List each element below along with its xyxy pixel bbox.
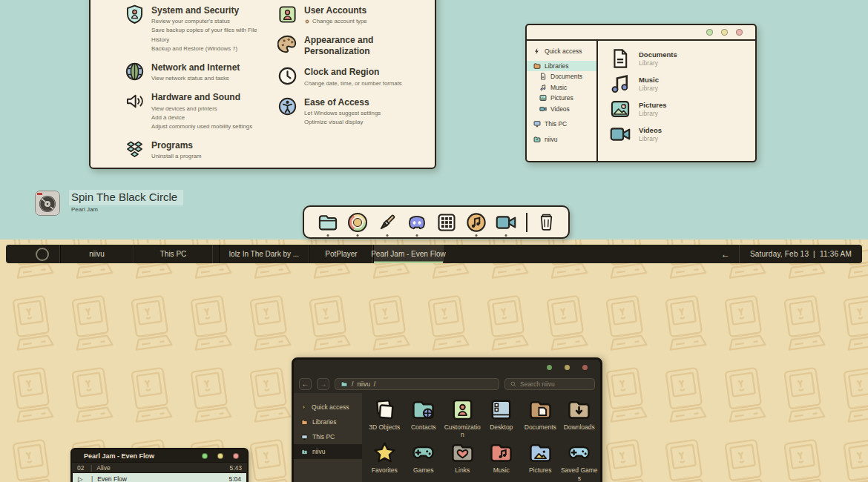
close-button[interactable] — [233, 453, 239, 459]
sidebar-item-libraries[interactable]: Libraries — [294, 415, 362, 429]
sidebar-item-libraries[interactable]: Libraries — [527, 61, 596, 72]
playlist-row-playing[interactable]: ▷ | Even Flow 5:04 — [72, 472, 247, 482]
category-network-internet[interactable]: Network and Internet View network status… — [125, 62, 270, 83]
file-item-pictures[interactable]: Pictures — [521, 440, 560, 481]
forward-button[interactable]: → — [317, 378, 329, 390]
library-item-videos[interactable]: Videos Library — [610, 122, 755, 147]
library-item-pictures[interactable]: Pictures Library — [610, 96, 755, 122]
category-link[interactable]: Uninstall a program — [151, 152, 202, 161]
file-item-saved-games[interactable]: Saved Games — [560, 440, 599, 481]
dock — [303, 205, 570, 239]
file-item-documents[interactable]: Documents — [521, 397, 560, 438]
category-link[interactable]: Save backup copies of your files with Fi… — [151, 26, 263, 44]
file-item-music[interactable]: Music — [482, 440, 522, 481]
computer-icon — [533, 120, 541, 128]
maximize-button[interactable] — [721, 29, 728, 36]
category-title[interactable]: Ease of Access — [304, 97, 381, 108]
sidebar-item-pictures[interactable]: Pictures — [527, 93, 596, 104]
category-title[interactable]: Programs — [151, 140, 202, 151]
category-link[interactable]: Change account type — [304, 17, 367, 26]
category-title[interactable]: Hardware and Sound — [151, 92, 252, 102]
file-item-customization[interactable]: Customization — [443, 397, 482, 438]
minimize-button[interactable] — [202, 453, 208, 459]
close-button[interactable] — [736, 29, 743, 36]
dock-item-launcher[interactable] — [432, 207, 461, 237]
search-box[interactable] — [504, 378, 595, 390]
category-hardware-sound[interactable]: Hardware and Sound View devices and prin… — [125, 91, 270, 131]
minimize-button[interactable] — [547, 365, 552, 370]
dock-item-discord[interactable] — [402, 207, 432, 237]
file-item-3d-objects[interactable]: 3D Objects — [365, 397, 404, 438]
category-link[interactable]: Let Windows suggest settings — [304, 109, 381, 118]
category-title[interactable]: Appearance and Personalization — [304, 35, 393, 56]
back-button[interactable]: ← — [299, 378, 312, 390]
category-link[interactable]: View devices and printers — [151, 105, 252, 113]
category-title[interactable]: Network and Internet — [151, 62, 240, 73]
sidebar-item-this-pc[interactable]: This PC — [294, 429, 362, 444]
playlist-row[interactable]: 02 | Alive 5:43 — [72, 462, 247, 472]
taskbar-button-niivu[interactable]: niivu — [60, 245, 134, 263]
toast-artist: Pearl Jam — [69, 206, 183, 213]
file-item-games[interactable]: Games — [404, 440, 444, 481]
file-item-favorites[interactable]: Favorites — [365, 440, 404, 481]
category-ease-of-access[interactable]: Ease of Access Let Windows suggest setti… — [277, 96, 426, 128]
dock-item-browser[interactable] — [343, 207, 372, 237]
dock-item-paint[interactable] — [372, 207, 402, 237]
address-segment[interactable]: niivu — [357, 380, 369, 388]
file-item-downloads[interactable]: Downloads — [560, 397, 599, 438]
category-user-accounts[interactable]: User Accounts Change account type — [277, 4, 426, 26]
dock-item-trash[interactable] — [533, 207, 559, 237]
video-camera-icon — [610, 124, 631, 145]
category-link[interactable]: Optimize visual display — [304, 118, 381, 127]
sidebar-item-quick-access[interactable]: Quick access — [527, 46, 596, 57]
user-card-icon — [450, 397, 475, 422]
minimize-button[interactable] — [706, 29, 713, 36]
taskbar-button-pearl-jam[interactable]: Pearl Jam - Even Flow — [373, 245, 444, 263]
search-input[interactable] — [520, 380, 587, 388]
address-bar[interactable]: / niivu / — [335, 378, 499, 390]
dock-item-music[interactable] — [461, 207, 491, 237]
running-indicator — [327, 234, 329, 237]
sidebar-item-music[interactable]: Music — [527, 82, 596, 93]
category-link[interactable]: View network status and tasks — [151, 74, 240, 83]
maximize-button[interactable] — [565, 365, 570, 370]
trash-icon — [537, 213, 556, 231]
titlebar[interactable] — [294, 360, 600, 374]
category-link[interactable]: Add a device — [151, 113, 252, 122]
file-item-desktop[interactable]: Desktop — [482, 397, 522, 438]
dock-item-files[interactable] — [313, 207, 343, 237]
category-link[interactable]: Backup and Restore (Windows 7) — [151, 44, 263, 53]
category-link[interactable]: Adjust commonly used mobility settings — [151, 122, 252, 131]
player-titlebar[interactable]: Pearl Jam - Even Flow — [72, 449, 247, 462]
sidebar-item-videos[interactable]: Videos — [527, 104, 596, 115]
maximize-button[interactable] — [217, 453, 223, 459]
sidebar-item-this-pc[interactable]: This PC — [527, 119, 596, 130]
dock-item-recorder[interactable] — [491, 207, 521, 237]
sidebar-item-documents[interactable]: Documents — [527, 71, 596, 82]
file-item-contacts[interactable]: Contacts — [404, 397, 444, 438]
category-title[interactable]: User Accounts — [304, 5, 367, 16]
sidebar-item-quick-access[interactable]: Quick access — [294, 400, 362, 415]
taskbar-button-potplayer[interactable]: PotPlayer — [309, 245, 373, 263]
tray-expand-icon[interactable]: ← — [712, 249, 739, 260]
taskbar-button-this-pc[interactable]: This PC — [134, 245, 213, 263]
close-button[interactable] — [582, 365, 588, 370]
category-appearance[interactable]: Appearance and Personalization — [277, 34, 426, 58]
titlebar[interactable] — [527, 25, 755, 41]
category-title[interactable]: Clock and Region — [304, 67, 402, 77]
album-art[interactable] — [35, 191, 60, 216]
category-link[interactable]: Change date, time, or number formats — [304, 79, 402, 88]
sidebar-item-user-folder[interactable]: niivu — [527, 134, 596, 145]
category-system-security[interactable]: System and Security Review your computer… — [125, 4, 270, 53]
category-clock-region[interactable]: Clock and Region Change date, time, or n… — [277, 66, 426, 88]
sidebar-item-user-folder[interactable]: niivu — [294, 444, 362, 459]
category-title[interactable]: System and Security — [151, 5, 263, 16]
library-item-documents[interactable]: Documents Library — [610, 46, 755, 71]
category-link[interactable]: Review your computer's status — [151, 17, 263, 26]
start-button[interactable] — [36, 248, 49, 261]
library-item-music[interactable]: Music Library — [610, 71, 755, 96]
file-item-links[interactable]: Links — [443, 440, 482, 481]
taskbar-button-video[interactable]: lolz In The Dark by ... — [219, 245, 309, 263]
taskbar-clock[interactable]: Saturday, Feb 13 | 11:36 AM — [740, 250, 862, 258]
category-programs[interactable]: Programs Uninstall a program — [125, 139, 270, 161]
